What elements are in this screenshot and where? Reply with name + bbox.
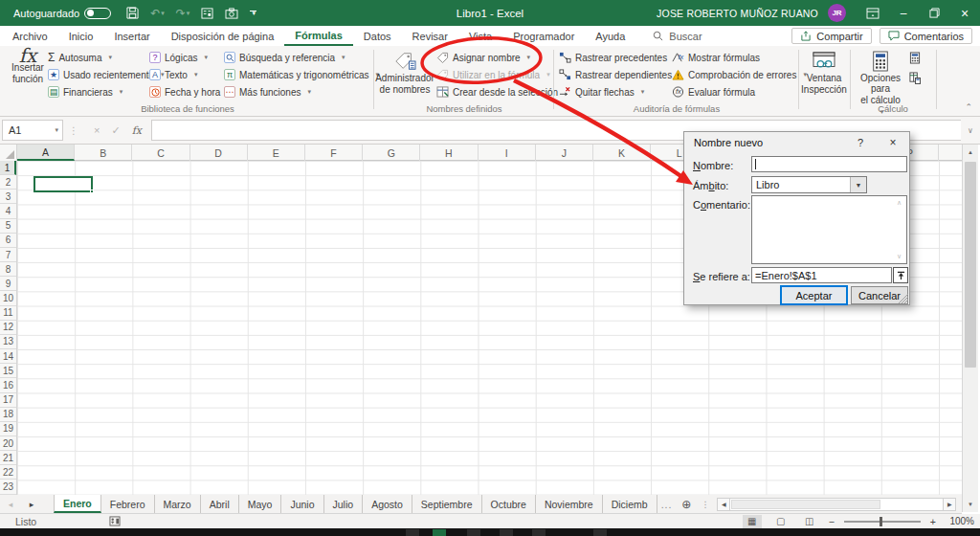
- zoom-slider[interactable]: [844, 521, 921, 523]
- create-from-selection-button[interactable]: Crear desde la selección: [436, 83, 558, 100]
- row-header-10[interactable]: 10: [0, 291, 16, 305]
- column-header-Q[interactable]: Q: [939, 145, 962, 161]
- evaluate-formula-button[interactable]: fx Evaluar fórmula: [672, 83, 807, 100]
- ribbon-tab-archivo[interactable]: Archivo: [2, 26, 58, 46]
- zoom-in-button[interactable]: +: [930, 516, 936, 527]
- row-header-14[interactable]: 14: [0, 349, 16, 364]
- column-header-A[interactable]: A: [17, 145, 75, 161]
- sheet-tab-junio[interactable]: Junio: [281, 495, 323, 513]
- column-header-G[interactable]: G: [363, 145, 420, 161]
- recently-used-button[interactable]: ★ Usado recientemente: [48, 66, 165, 83]
- name-box[interactable]: A1 ▾: [2, 120, 63, 141]
- remove-arrows-button[interactable]: Quitar flechas: [559, 83, 672, 100]
- row-header-6[interactable]: 6: [0, 234, 16, 248]
- scope-dropdown-chevron-icon[interactable]: ▼: [850, 177, 866, 192]
- error-checking-button[interactable]: Comprobación de errores: [672, 66, 807, 83]
- zoom-out-button[interactable]: −: [829, 516, 835, 527]
- dialog-close-button[interactable]: ×: [880, 132, 905, 153]
- calculate-sheet-icon[interactable]: [909, 72, 921, 84]
- name-input[interactable]: [751, 156, 907, 172]
- more-functions-button[interactable]: ⋯ Más funciones: [224, 83, 379, 100]
- row-header-4[interactable]: 4: [0, 204, 16, 218]
- search-box[interactable]: Buscar: [653, 31, 702, 42]
- column-header-B[interactable]: B: [75, 145, 132, 161]
- collapse-dialog-range-button[interactable]: [893, 267, 908, 283]
- scroll-up-icon[interactable]: ▲: [963, 145, 978, 160]
- sheet-tab-noviembre[interactable]: Noviembre: [536, 495, 603, 513]
- row-header-3[interactable]: 3: [0, 190, 16, 204]
- row-header-23[interactable]: 23: [0, 480, 16, 494]
- insert-function-button[interactable]: fx Insertar función: [6, 49, 50, 84]
- horizontal-scroll-thumb[interactable]: [731, 500, 880, 509]
- sheet-tab-julio[interactable]: Julio: [324, 495, 364, 513]
- row-header-16[interactable]: 16: [0, 378, 16, 392]
- sheet-nav-right-icon[interactable]: ▸: [21, 495, 42, 513]
- row-header-15[interactable]: 15: [0, 364, 16, 378]
- define-name-button[interactable]: Asignar nombre: [436, 49, 558, 66]
- ribbon-tab-programador[interactable]: Programador: [502, 26, 585, 46]
- sheet-tab-diciemb[interactable]: Diciemb: [603, 495, 657, 513]
- zoom-level[interactable]: 100%: [946, 516, 974, 526]
- financial-button[interactable]: ▤ Financieras: [48, 83, 165, 100]
- expand-formula-bar-icon[interactable]: ∨: [961, 126, 980, 135]
- text-button[interactable]: A Texto: [149, 66, 231, 83]
- lookup-reference-button[interactable]: Búsqueda y referencia: [224, 49, 379, 66]
- row-header-7[interactable]: 7: [0, 248, 16, 262]
- select-all-corner[interactable]: [0, 145, 17, 161]
- dialog-help-button[interactable]: ?: [849, 132, 872, 153]
- column-header-H[interactable]: H: [420, 145, 478, 161]
- avatar[interactable]: JR: [828, 4, 846, 22]
- ribbon-tab-datos[interactable]: Datos: [353, 26, 402, 46]
- sheet-tab-mayo[interactable]: Mayo: [239, 495, 282, 513]
- view-page-break-button[interactable]: ◫: [800, 515, 819, 528]
- name-manager-button[interactable]: Administrador de nombres: [377, 49, 433, 95]
- minimize-button[interactable]: –: [888, 0, 919, 26]
- sheet-tab-abril[interactable]: Abril: [201, 495, 239, 513]
- sheet-tab-enero[interactable]: Enero: [54, 495, 101, 513]
- close-button[interactable]: ×: [949, 0, 980, 26]
- confirm-entry-icon[interactable]: ✓: [111, 124, 120, 137]
- dialog-resize-grip[interactable]: [898, 293, 908, 303]
- collapse-ribbon-icon[interactable]: ⌃: [965, 102, 972, 112]
- view-page-layout-button[interactable]: ▢: [771, 515, 791, 528]
- fill-handle[interactable]: [90, 190, 94, 193]
- math-trig-button[interactable]: π Matemáticas y trigonométricas: [224, 66, 379, 83]
- trace-precedents-button[interactable]: Rastrear precedentes: [559, 49, 672, 66]
- sheet-tab-agosto[interactable]: Agosto: [363, 495, 412, 513]
- dialog-title-bar[interactable]: Nombre nuevo: [684, 132, 909, 153]
- column-header-E[interactable]: E: [248, 145, 305, 161]
- watch-window-button[interactable]: Ventana Inspección: [800, 49, 848, 95]
- comment-textarea[interactable]: ∧∨: [751, 195, 907, 264]
- column-header-K[interactable]: K: [593, 145, 651, 161]
- ribbon-tab-fórmulas[interactable]: Fórmulas: [284, 26, 353, 46]
- horizontal-scroll-track[interactable]: [730, 498, 943, 511]
- logical-button[interactable]: ? Lógicas: [149, 49, 231, 66]
- row-header-5[interactable]: 5: [0, 219, 16, 234]
- date-time-button[interactable]: Fecha y hora: [149, 83, 231, 100]
- insert-function-fx-icon[interactable]: fx: [132, 124, 142, 137]
- save-icon[interactable]: [126, 7, 139, 19]
- scroll-right-icon[interactable]: ▶: [943, 498, 956, 511]
- row-header-21[interactable]: 21: [0, 451, 16, 465]
- scope-dropdown[interactable]: Libro ▼: [751, 176, 867, 193]
- trace-dependents-button[interactable]: Rastrear dependientes: [559, 66, 672, 83]
- column-header-I[interactable]: I: [479, 145, 536, 161]
- ribbon-tab-disposición-de-página[interactable]: Disposición de página: [161, 26, 285, 46]
- sheet-tab-septiembre[interactable]: Septiembre: [412, 495, 482, 513]
- user-name[interactable]: JOSE ROBERTO MUÑOZ RUANO: [657, 8, 818, 19]
- row-header-18[interactable]: 18: [0, 408, 16, 422]
- new-sheet-button[interactable]: ⊕: [676, 495, 697, 513]
- selected-cell-a1[interactable]: [33, 176, 93, 192]
- row-header-22[interactable]: 22: [0, 465, 16, 480]
- share-button[interactable]: Compartir: [791, 28, 871, 44]
- calculate-now-icon[interactable]: [909, 52, 921, 64]
- row-header-8[interactable]: 8: [0, 262, 16, 277]
- ribbon-tab-insertar[interactable]: Insertar: [103, 26, 160, 46]
- undo-icon[interactable]: ↶▾: [150, 7, 165, 20]
- autosave-toggle[interactable]: Autoguardado: [13, 8, 111, 19]
- sheet-tab-octubre[interactable]: Octubre: [482, 495, 536, 513]
- name-box-caret-icon[interactable]: ▾: [55, 126, 58, 134]
- sheetbar-splitter[interactable]: ⋮: [697, 495, 713, 513]
- ribbon-tab-revisar[interactable]: Revisar: [402, 26, 458, 46]
- row-header-17[interactable]: 17: [0, 393, 16, 408]
